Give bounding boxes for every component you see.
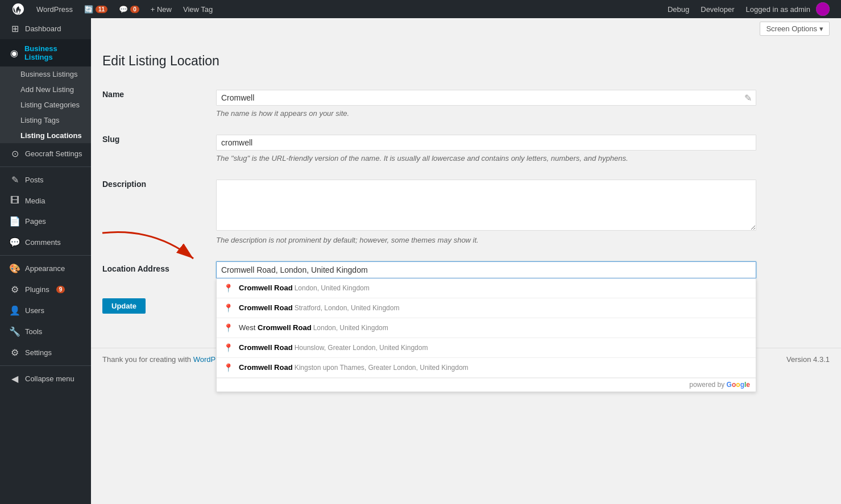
comments-count[interactable]: 💬 0 — [113, 0, 145, 18]
sidebar-item-business-listings[interactable]: ◉ Business Listings — [0, 39, 91, 66]
sidebar-item-media[interactable]: 🎞 Media — [0, 190, 91, 211]
logged-in-as[interactable]: Logged in as admin — [740, 0, 835, 18]
name-hint: The name is how it appears on your site. — [216, 109, 830, 118]
footer-right: Version 4.3.1 — [786, 355, 830, 364]
pin-icon-1: 📍 — [223, 284, 233, 293]
dashboard-icon: ⊞ — [9, 23, 20, 34]
chevron-down-icon: ▾ — [819, 24, 823, 33]
description-row: Description The description is not promi… — [102, 171, 830, 253]
slug-input[interactable] — [216, 135, 756, 151]
update-button[interactable]: Update — [102, 298, 146, 314]
autocomplete-item-2[interactable]: 📍 Cromwell RoadStratford, London, United… — [217, 298, 756, 318]
settings-icon: ⚙ — [9, 347, 20, 358]
description-hint: The description is not prominent by defa… — [216, 236, 830, 244]
sidebar-subitem-listing-locations[interactable]: Listing Locations — [0, 128, 91, 143]
geocraft-icon: ⊙ — [9, 148, 20, 159]
business-listings-icon: ◉ — [9, 48, 20, 59]
sidebar-item-geocraft[interactable]: ⊙ Geocraft Settings — [0, 143, 91, 164]
appearance-icon: 🎨 — [9, 263, 20, 274]
sidebar-item-appearance[interactable]: 🎨 Appearance — [0, 258, 91, 279]
sidebar-item-settings[interactable]: ⚙ Settings — [0, 342, 91, 363]
slug-label: Slug — [102, 126, 216, 171]
screen-options-button[interactable]: Screen Options ▾ — [760, 22, 830, 36]
avatar — [816, 2, 830, 16]
collapse-icon: ◀ — [9, 373, 20, 384]
description-label: Description — [102, 171, 216, 253]
name-label: Name — [102, 81, 216, 126]
new-content[interactable]: + New — [145, 0, 177, 18]
sidebar-item-comments[interactable]: 💬 Comments — [0, 232, 91, 253]
debug-link[interactable]: Debug — [662, 0, 695, 18]
autocomplete-item-5[interactable]: 📍 Cromwell RoadKingston upon Thames, Gre… — [217, 358, 756, 378]
autocomplete-item-3[interactable]: 📍 West Cromwell RoadLondon, United Kingd… — [217, 318, 756, 338]
sidebar-subitem-business-listings[interactable]: Business Listings — [0, 66, 91, 82]
sidebar-item-tools[interactable]: 🔧 Tools — [0, 321, 91, 342]
sidebar-separator-2 — [0, 255, 91, 256]
powered-by-google: powered by Google — [217, 378, 756, 391]
posts-icon: ✎ — [9, 174, 20, 185]
media-icon: 🎞 — [9, 195, 20, 206]
page-title: Edit Listing Location — [102, 53, 830, 70]
pin-icon-3: 📍 — [223, 323, 233, 332]
main-content: Screen Options ▾ Edit Listing Location N… — [91, 18, 841, 504]
pin-icon-2: 📍 — [223, 303, 233, 313]
sidebar-item-pages[interactable]: 📄 Pages — [0, 211, 91, 232]
sidebar-subitem-listing-tags[interactable]: Listing Tags — [0, 113, 91, 128]
sidebar-subitem-listing-categories[interactable]: Listing Categories — [0, 97, 91, 113]
tools-icon: 🔧 — [9, 326, 20, 337]
sidebar-separator-3 — [0, 365, 91, 366]
name-row: Name ✎ The name is how it appears on you… — [102, 81, 830, 126]
wp-logo[interactable] — [6, 0, 31, 18]
screen-options-bar: Screen Options ▾ — [91, 18, 841, 36]
users-icon: 👤 — [9, 305, 20, 316]
pin-icon-5: 📍 — [223, 363, 233, 372]
form-table: Name ✎ The name is how it appears on you… — [102, 81, 830, 287]
comments-icon: 💬 — [9, 237, 20, 248]
sidebar-item-posts[interactable]: ✎ Posts — [0, 169, 91, 190]
edit-icon: ✎ — [744, 92, 752, 103]
autocomplete-item-4[interactable]: 📍 Cromwell RoadHounslow, Greater London,… — [217, 338, 756, 358]
sidebar-item-users[interactable]: 👤 Users — [0, 300, 91, 321]
sidebar-separator-1 — [0, 166, 91, 167]
autocomplete-dropdown: 📍 Cromwell RoadLondon, United Kingdom 📍 … — [216, 278, 756, 392]
sidebar-item-plugins[interactable]: ⚙ Plugins 9 — [0, 279, 91, 300]
description-textarea[interactable] — [216, 180, 756, 231]
location-address-row: Location Address — [102, 253, 830, 287]
name-input-wrapper: ✎ — [216, 90, 756, 106]
sidebar-item-dashboard[interactable]: ⊞ Dashboard — [0, 18, 91, 39]
slug-row: Slug The "slug" is the URL-friendly vers… — [102, 126, 830, 171]
sidebar: ⊞ Dashboard ◉ Business Listings Business… — [0, 18, 91, 504]
footer-left: Thank you for creating with WordPress. — [102, 355, 231, 364]
location-address-input[interactable] — [216, 261, 756, 278]
plugins-icon: ⚙ — [9, 284, 20, 295]
name-input[interactable] — [216, 90, 756, 106]
updates-count[interactable]: 🔄 11 — [78, 0, 113, 18]
admin-bar: WordPress 🔄 11 💬 0 + New View Tag Debug … — [0, 0, 841, 18]
developer-link[interactable]: Developer — [695, 0, 740, 18]
sidebar-item-collapse[interactable]: ◀ Collapse menu — [0, 368, 91, 389]
location-input-wrapper: 📍 Cromwell RoadLondon, United Kingdom 📍 … — [216, 261, 756, 278]
pages-icon: 📄 — [9, 216, 20, 227]
view-tag[interactable]: View Tag — [177, 0, 218, 18]
pin-icon-4: 📍 — [223, 343, 233, 352]
location-address-label: Location Address — [102, 253, 216, 287]
site-name[interactable]: WordPress — [31, 0, 78, 18]
sidebar-subitem-add-new[interactable]: Add New Listing — [0, 82, 91, 97]
autocomplete-item-1[interactable]: 📍 Cromwell RoadLondon, United Kingdom — [217, 278, 756, 298]
slug-hint: The "slug" is the URL-friendly version o… — [216, 154, 830, 163]
